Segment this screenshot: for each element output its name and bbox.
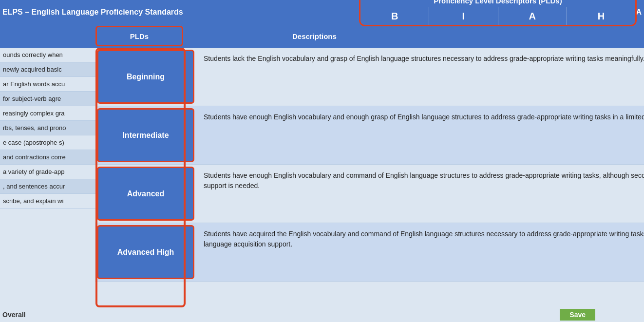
save-button[interactable]: Save xyxy=(560,309,595,321)
row-intermediate: Intermediate Students have enough Englis… xyxy=(95,106,644,165)
pld-letters-row: B I A H xyxy=(360,7,635,25)
pld-box-title: Proficiency Level Descriptors (PLDs) xyxy=(360,0,635,7)
pld-advanced-high-label: Advanced High xyxy=(97,225,194,279)
page-container: ELPS – English Language Proficiency Stan… xyxy=(0,0,644,322)
left-row-4: reasingly complex gra xyxy=(0,106,97,121)
row-advanced-high: Advanced High Students have acquired the… xyxy=(95,223,644,282)
left-row-8: a variety of grade-app xyxy=(0,165,97,179)
pld-beginning-label: Beginning xyxy=(97,50,194,104)
desc-beginning: Students lack the English vocabulary and… xyxy=(196,48,644,106)
descriptions-column-header: Descriptions xyxy=(285,24,644,48)
plds-column-header: PLDs xyxy=(95,26,183,46)
left-row-2: ar English words accu xyxy=(0,77,97,92)
desc-advanced: Students have enough English vocabulary … xyxy=(196,165,644,223)
desc-intermediate: Students have enough English vocabulary … xyxy=(196,106,644,164)
column-header-row: PLDs Descriptions xyxy=(0,24,644,48)
pld-advanced-label: Advanced xyxy=(97,167,194,221)
left-row-5: rbs, tenses, and prono xyxy=(0,121,97,135)
pld-letter-h[interactable]: H xyxy=(567,7,635,25)
left-row-3: for subject-verb agre xyxy=(0,92,97,106)
pld-intermediate-label: Intermediate xyxy=(97,108,194,162)
page-title: ELPS – English Language Proficiency Stan… xyxy=(2,8,183,17)
left-row-9: , and sentences accur xyxy=(0,179,97,194)
pld-box: Proficiency Level Descriptors (PLDs) B I… xyxy=(359,0,637,26)
row-advanced: Advanced Students have enough English vo… xyxy=(95,165,644,223)
row-beginning: Beginning Students lack the English voca… xyxy=(95,48,644,106)
left-row-1: newly acquired basic xyxy=(0,62,97,77)
left-partial-column: ounds correctly when newly acquired basi… xyxy=(0,48,97,208)
desc-advanced-high: Students have acquired the English vocab… xyxy=(196,223,644,281)
bottom-bar: Overall Save xyxy=(0,307,644,322)
left-row-6: e case (apostrophe s) xyxy=(0,135,97,150)
left-row-10: scribe, and explain wi xyxy=(0,194,97,208)
content-area: Beginning Students lack the English voca… xyxy=(95,48,644,282)
right-label: A xyxy=(636,8,642,17)
pld-letter-a[interactable]: A xyxy=(498,7,567,25)
pld-letter-i[interactable]: I xyxy=(429,7,497,25)
left-row-7: and contractions corre xyxy=(0,150,97,165)
pld-letter-b[interactable]: B xyxy=(360,7,429,25)
left-row-0: ounds correctly when xyxy=(0,48,97,62)
overall-label: Overall xyxy=(2,311,25,319)
top-bar: ELPS – English Language Proficiency Stan… xyxy=(0,0,644,24)
